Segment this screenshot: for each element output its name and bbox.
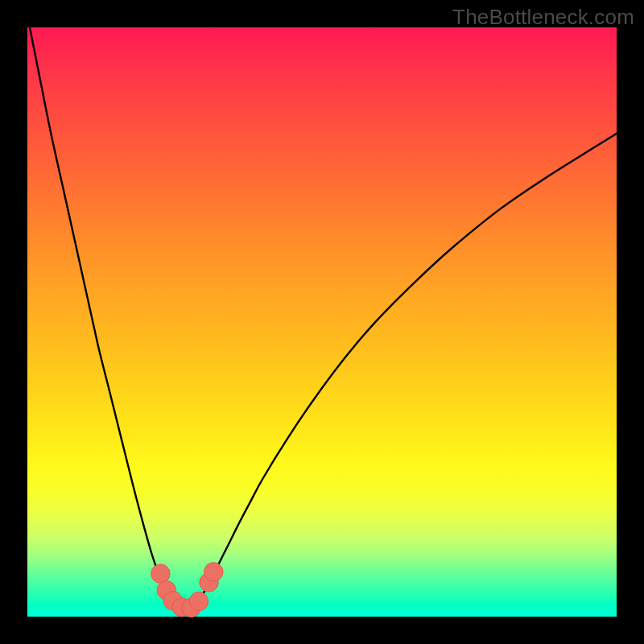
chart-svg	[27, 27, 617, 617]
bottleneck-curve	[27, 15, 617, 608]
curve-marker	[204, 563, 223, 581]
chart-plot-area	[27, 27, 617, 617]
chart-frame: TheBottleneck.com	[0, 0, 644, 644]
curve-marker	[189, 592, 208, 610]
watermark-text: TheBottleneck.com	[452, 5, 634, 30]
curve-marker	[151, 564, 170, 583]
curve-markers	[151, 563, 223, 617]
